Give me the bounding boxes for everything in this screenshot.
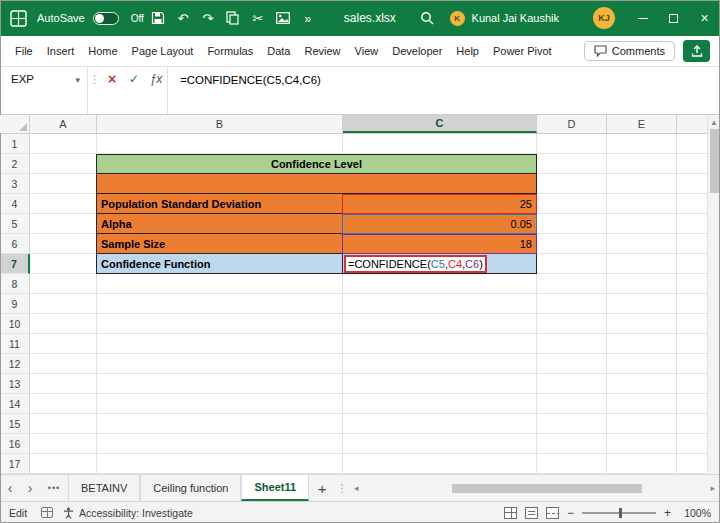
cell-b3-empty-band[interactable] (96, 174, 537, 194)
redo-icon[interactable]: ↷ (197, 6, 219, 30)
row-header-4[interactable]: 4 (0, 194, 30, 214)
tab-home[interactable]: Home (81, 36, 124, 66)
save-icon[interactable] (147, 6, 169, 30)
column-header-a[interactable]: A (30, 115, 97, 133)
row-14-cells[interactable] (30, 394, 707, 414)
scroll-up-icon[interactable]: ▲ (710, 115, 718, 129)
cell-c7-active-formula[interactable]: =CONFIDENCE( C5 , C4 , C6 ) (342, 254, 537, 274)
row-header-9[interactable]: 9 (0, 294, 30, 314)
document-title[interactable]: sales.xlsx (344, 11, 396, 25)
page-break-view-button[interactable] (546, 507, 559, 519)
vertical-scrollbar[interactable]: ▲ (707, 115, 720, 474)
row-4-cells[interactable]: Population Standard Deviation 25 (30, 194, 707, 214)
row-6-cells[interactable]: Sample Size 18 (30, 234, 707, 254)
horizontal-scrollbar-thumb[interactable] (452, 484, 642, 493)
cell-c5-value[interactable]: 0.05 (342, 214, 537, 234)
row-header-5[interactable]: 5 (0, 214, 30, 234)
column-header-c[interactable]: C (343, 115, 537, 133)
add-sheet-button[interactable]: + (309, 475, 335, 501)
cell-b4-label[interactable]: Population Standard Deviation (96, 194, 343, 214)
tab-formulas[interactable]: Formulas (200, 36, 260, 66)
scroll-left-icon[interactable]: ◂ (354, 483, 359, 493)
close-button[interactable]: × (689, 0, 720, 36)
cut-icon[interactable]: ✂ (247, 6, 269, 30)
tab-insert[interactable]: Insert (40, 36, 82, 66)
tab-review[interactable]: Review (297, 36, 347, 66)
formula-bar-drag-handle-icon[interactable]: ⋮ (88, 67, 101, 114)
sheet-overflow-button[interactable]: ••• (40, 475, 68, 501)
excel-app-icon[interactable] (10, 10, 27, 27)
tab-page-layout[interactable]: Page Layout (125, 36, 201, 66)
cell-b2-table-title[interactable]: Confidence Level (96, 154, 537, 174)
row-header-6[interactable]: 6 (0, 234, 30, 254)
tab-power-pivot[interactable]: Power Pivot (486, 36, 559, 66)
row-header-1[interactable]: 1 (0, 134, 30, 154)
tab-file[interactable]: File (8, 36, 40, 66)
tab-developer[interactable]: Developer (385, 36, 449, 66)
confirm-entry-icon[interactable]: ✓ (123, 67, 145, 114)
vertical-scrollbar-thumb[interactable] (710, 129, 719, 193)
tab-view[interactable]: View (348, 36, 386, 66)
row-8-cells[interactable] (30, 274, 707, 294)
undo-icon[interactable]: ↶ (172, 6, 194, 30)
picture-icon[interactable] (272, 6, 294, 30)
sheet-tab-ceiling-function[interactable]: Ceiling function (140, 475, 241, 501)
row-5-cells[interactable]: Alpha 0.05 (30, 214, 707, 234)
row-13-cells[interactable] (30, 374, 707, 394)
row-10-cells[interactable] (30, 314, 707, 334)
zoom-slider-thumb[interactable] (619, 508, 622, 518)
copy-icon[interactable] (222, 6, 244, 30)
zoom-out-button[interactable]: − (567, 506, 574, 520)
row-11-cells[interactable] (30, 334, 707, 354)
column-header-b[interactable]: B (97, 115, 343, 133)
cell-b5-label[interactable]: Alpha (96, 214, 343, 234)
accessibility-status[interactable]: Accessibility: Investigate (63, 507, 193, 519)
row-header-14[interactable]: 14 (0, 394, 30, 414)
row-header-2[interactable]: 2 (0, 154, 30, 174)
cell-b6-label[interactable]: Sample Size (96, 234, 343, 254)
comments-button[interactable]: Comments (584, 41, 675, 61)
row-2-cells[interactable]: Confidence Level (30, 154, 707, 174)
search-icon[interactable] (416, 6, 438, 30)
row-3-cells[interactable] (30, 174, 707, 194)
row-15-cells[interactable] (30, 414, 707, 434)
formula-input[interactable]: =CONFIDENCE(C5,C4,C6) (167, 67, 720, 114)
zoom-slider[interactable] (582, 512, 656, 514)
row-header-15[interactable]: 15 (0, 414, 30, 434)
select-all-button[interactable] (0, 115, 30, 133)
row-header-8[interactable]: 8 (0, 274, 30, 294)
scroll-right-icon[interactable]: ▸ (710, 483, 715, 493)
row-17-cells[interactable] (30, 454, 707, 474)
row-header-11[interactable]: 11 (0, 334, 30, 354)
horizontal-scrollbar-track[interactable] (362, 483, 708, 494)
macro-record-icon[interactable] (41, 507, 53, 518)
sheet-nav-right-icon[interactable]: › (20, 475, 40, 501)
cell-c6-value[interactable]: 18 (342, 234, 537, 254)
maximize-button[interactable] (658, 0, 689, 36)
cancel-entry-icon[interactable]: × (101, 67, 123, 114)
tab-splitter-handle-icon[interactable]: ⋮ (335, 475, 349, 501)
row-12-cells[interactable] (30, 354, 707, 374)
autosave-toggle[interactable] (93, 12, 119, 25)
share-button[interactable] (683, 40, 710, 62)
zoom-in-button[interactable]: + (664, 506, 671, 520)
chevron-down-icon[interactable]: ▾ (75, 73, 80, 85)
row-9-cells[interactable] (30, 294, 707, 314)
row-header-16[interactable]: 16 (0, 434, 30, 454)
tab-data[interactable]: Data (260, 36, 297, 66)
zoom-level[interactable]: 100% (679, 507, 711, 519)
formula-edit-box[interactable]: =CONFIDENCE( C5 , C4 , C6 ) (344, 255, 487, 273)
column-header-e[interactable]: E (607, 115, 677, 133)
page-layout-view-button[interactable] (525, 507, 538, 519)
user-name[interactable]: Kunal Jai Kaushik (472, 12, 559, 24)
row-header-3[interactable]: 3 (0, 174, 30, 194)
insert-function-icon[interactable]: ƒx (145, 67, 167, 114)
row-header-13[interactable]: 13 (0, 374, 30, 394)
row-1-cells[interactable] (30, 134, 707, 154)
column-header-d[interactable]: D (537, 115, 607, 133)
name-box[interactable]: EXP ▾ (0, 67, 88, 114)
sheet-tab-sheet11[interactable]: Sheet11 (241, 475, 309, 501)
sheet-tab-betainv[interactable]: BETAINV (68, 475, 140, 501)
row-16-cells[interactable] (30, 434, 707, 454)
row-7-cells[interactable]: Confidence Function =CONFIDENCE( C5 , C4… (30, 254, 707, 274)
